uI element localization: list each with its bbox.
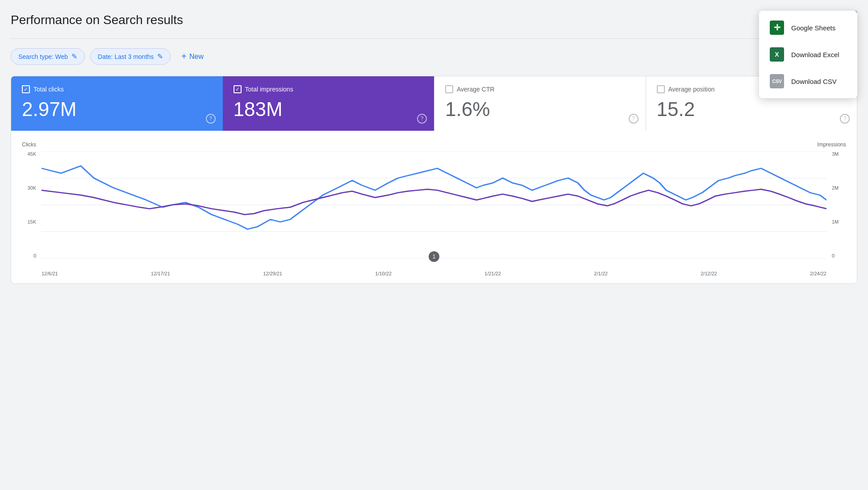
x-axis: 12/6/21 12/17/21 12/29/21 1/10/22 1/21/2… [42,271,826,276]
new-label: New [189,53,204,61]
plus-icon: + [181,51,187,62]
dropdown-item-google-sheets[interactable]: ✛ Google Sheets [759,14,857,41]
x-label-5: 1/21/22 [484,271,501,276]
header-divider [11,38,857,39]
chart-svg [42,151,826,258]
clicks-value: 2.97M [22,99,212,120]
x-label-8: 2/24/22 [810,271,826,276]
y-axis-left: 45K 30K 15K 0 [22,151,40,258]
download-csv-label: Download CSV [791,78,837,85]
checkbox-ctr [445,85,453,93]
y-right-2m: 2M [832,185,839,191]
y-left-45k: 45K [27,151,36,157]
chart-badge: 1 [429,251,439,262]
chart-right-label: Impressions [817,141,846,148]
ctr-value: 1.6% [445,99,635,120]
badge-label: 1 [433,253,436,260]
y-left-30k: 30K [27,185,36,191]
chart-area: 45K 30K 15K 0 3M 2M 1M 0 [22,151,846,276]
y-left-0: 0 [33,253,36,258]
date-filter[interactable]: Date: Last 3 months ✎ [90,48,171,65]
chart-container: Clicks Impressions 45K 30K 15K 0 3M 2M 1… [11,131,857,284]
x-label-2: 12/17/21 [151,271,170,276]
metric-header-clicks: ✓ Total clicks [22,85,212,93]
dropdown-item-download-csv[interactable]: CSV Download CSV [759,68,857,95]
checkbox-clicks: ✓ [22,85,30,93]
x-label-3: 12/29/21 [263,271,282,276]
y-axis-right: 3M 2M 1M 0 [828,151,846,258]
x-label-6: 2/1/22 [594,271,608,276]
search-type-label: Search type: Web [18,53,68,60]
google-sheets-icon: ✛ [770,21,784,35]
new-button[interactable]: + New [176,48,209,65]
chart-left-label: Clicks [22,141,36,148]
page-header: Performance on Search results ⬇ EXPORT [11,11,857,29]
ctr-help-icon[interactable]: ? [629,114,638,124]
page-title: Performance on Search results [11,13,183,27]
position-help-icon[interactable]: ? [840,114,850,124]
search-type-edit-icon: ✎ [71,52,77,61]
position-label: Average position [668,86,715,93]
clicks-help-icon[interactable]: ? [206,114,216,124]
y-right-0: 0 [832,253,835,258]
filters-row: Search type: Web ✎ Date: Last 3 months ✎… [11,48,857,65]
excel-icon: X [770,47,784,62]
y-left-15k: 15K [27,219,36,224]
y-right-1m: 1M [832,219,839,224]
chart-axis-labels: Clicks Impressions [22,141,846,148]
impressions-label: Total impressions [245,86,293,93]
ctr-label: Average CTR [457,86,495,93]
x-label-7: 2/12/22 [701,271,717,276]
metric-header-ctr: Average CTR [445,85,635,93]
dropdown-item-download-excel[interactable]: X Download Excel [759,41,857,68]
impressions-help-icon[interactable]: ? [417,114,427,124]
csv-icon: CSV [770,74,784,88]
search-type-filter[interactable]: Search type: Web ✎ [11,48,85,65]
metric-card-total-clicks[interactable]: ✓ Total clicks 2.97M ? [11,76,223,131]
date-edit-icon: ✎ [157,52,163,61]
impressions-value: 183M [234,99,424,120]
clicks-label: Total clicks [33,86,64,93]
x-label-1: 12/6/21 [42,271,58,276]
position-value: 15.2 [657,99,847,120]
x-label-4: 1/10/22 [375,271,392,276]
metric-card-average-ctr[interactable]: Average CTR 1.6% ? [434,76,646,131]
date-label: Date: Last 3 months [98,53,154,60]
metrics-row: ✓ Total clicks 2.97M ? ✓ Total impressio… [11,76,857,131]
chart-svg-wrapper [42,151,826,258]
metric-card-total-impressions[interactable]: ✓ Total impressions 183M ? [223,76,434,131]
google-sheets-label: Google Sheets [791,24,835,32]
export-dropdown: ✛ Google Sheets X Download Excel CSV Dow… [759,11,857,98]
y-right-3m: 3M [832,151,839,157]
metric-header-impressions: ✓ Total impressions [234,85,424,93]
download-excel-label: Download Excel [791,51,839,58]
checkbox-impressions: ✓ [234,85,242,93]
checkbox-position [657,85,665,93]
